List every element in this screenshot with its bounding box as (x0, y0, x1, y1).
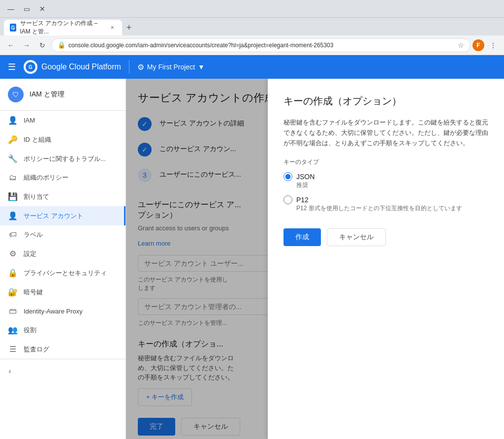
radio-json-label: JSON (296, 173, 315, 181)
sidebar-item-label-crypto: 暗号鍵 (24, 288, 43, 297)
address-text: console.cloud.google.com/iam-admin/servi… (68, 42, 455, 49)
topbar-title: Google Cloud Platform (41, 63, 121, 71)
sidebar-item-policy-trouble[interactable]: 🔧 ポリシーに関するトラブル... (0, 149, 126, 168)
sidebar-item-label-quota: 割り当て (24, 192, 49, 201)
sidebar-item-service-account[interactable]: 👤 サービス アカウント (0, 206, 126, 225)
sidebar-item-crypto[interactable]: 🔐 暗号鍵 (0, 282, 126, 302)
sidebar-item-label-privacy: プライバシーとセキュリティ (24, 269, 107, 278)
menu-icon[interactable]: ☰ (8, 62, 16, 72)
active-tab[interactable]: G サービス アカウントの作成 – IAM と管... × (4, 20, 122, 35)
settings-icon: ⚙ (8, 249, 18, 258)
forward-btn[interactable]: → (20, 38, 33, 52)
tab-favicon: G (10, 24, 16, 31)
logo-icon: G (24, 60, 37, 74)
sidebar-item-label-audit-log: 監査ログ (24, 345, 49, 354)
sidebar-item-org-policy[interactable]: 🗂 組織のポリシー (0, 168, 126, 187)
label-icon: 🏷 (8, 230, 18, 239)
sidebar-item-label-settings: 設定 (24, 250, 36, 258)
window-controls: — ▭ ✕ (4, 2, 49, 16)
quota-icon: 💾 (8, 192, 18, 201)
profile-btn[interactable]: F (472, 39, 484, 51)
radio-item-json: JSON 推奨 (284, 172, 488, 189)
sidebar-item-label-iam: IAM (24, 117, 35, 124)
id-org-icon: 🔑 (8, 135, 18, 144)
topbar-logo: G Google Cloud Platform (24, 60, 121, 74)
sidebar-item-privacy[interactable]: 🔒 プライバシーとセキュリティ (0, 263, 126, 282)
sidebar-header-icon: 🛡 (8, 87, 24, 102)
project-name: My First Project (147, 63, 195, 71)
secure-icon: 🔒 (58, 41, 65, 49)
dialog-create-btn[interactable]: 作成 (284, 228, 321, 246)
back-btn[interactable]: ← (4, 38, 18, 52)
radio-p12[interactable] (284, 195, 292, 204)
address-bar[interactable]: 🔒 console.cloud.google.com/iam-admin/ser… (51, 38, 471, 52)
sidebar-item-label-org-policy: 組織のポリシー (24, 173, 68, 182)
radio-json[interactable] (284, 172, 292, 181)
sidebar-item-label-policy-trouble: ポリシーに関するトラブル... (24, 155, 106, 163)
main-content: 🛡 IAM と管理 👤 IAM 🔑 ID と組織 🔧 ポリシーに関するトラブル.… (0, 79, 504, 439)
sidebar: 🛡 IAM と管理 👤 IAM 🔑 ID と組織 🔧 ポリシーに関するトラブル.… (0, 79, 126, 439)
sidebar-item-audit-log[interactable]: ☰ 監査ログ (0, 340, 126, 359)
crypto-icon: 🔐 (8, 287, 18, 297)
refresh-btn[interactable]: ↻ (35, 38, 49, 52)
bookmark-icon[interactable]: ☆ (458, 41, 464, 49)
service-account-icon: 👤 (8, 211, 18, 220)
sidebar-item-iam[interactable]: 👤 IAM (0, 111, 126, 130)
sidebar-item-label[interactable]: 🏷 ラベル (0, 225, 126, 244)
menu-btn[interactable]: ⋮ (486, 38, 500, 52)
radio-row-p12: P12 (284, 195, 488, 204)
sidebar-collapse-btn[interactable]: ‹ (4, 365, 16, 377)
policy-trouble-icon: 🔧 (8, 154, 18, 163)
radio-p12-sublabel: P12 形式を使用したコードとの下位互換性を目的としています (296, 204, 488, 213)
maximize-btn[interactable]: ▭ (20, 2, 33, 16)
new-tab-btn[interactable]: + (122, 21, 136, 34)
radio-p12-label: P12 (296, 196, 309, 204)
sidebar-header-title: IAM と管理 (30, 90, 64, 99)
iap-icon: 🗃 (8, 307, 18, 315)
sidebar-item-label-id-org: ID と組織 (24, 135, 51, 144)
close-btn[interactable]: ✕ (35, 2, 49, 16)
dialog-title: キーの作成（オプション） (284, 94, 488, 108)
dialog-cancel-btn[interactable]: キャンセル (327, 228, 386, 246)
privacy-icon: 🔒 (8, 268, 18, 278)
sidebar-item-role[interactable]: 👥 役割 (0, 320, 126, 340)
sidebar-item-label-role: 役割 (24, 326, 36, 335)
sidebar-item-label-iap: Identity-Aware Proxy (24, 308, 83, 315)
dialog-actions: 作成 キャンセル (284, 228, 488, 246)
radio-group: JSON 推奨 P12 P12 形式を使用したコードとの下位互換性を目的としてい… (284, 172, 488, 217)
dialog: キーの作成（オプション） 秘密鍵を含むファイルをダウンロードします。この鍵を紛失… (268, 79, 504, 439)
iam-icon: 👤 (8, 116, 18, 125)
topbar: ☰ G Google Cloud Platform ⚙ My First Pro… (0, 55, 504, 79)
project-icon: ⚙ (137, 63, 144, 72)
sidebar-item-iap[interactable]: 🗃 Identity-Aware Proxy (0, 302, 126, 320)
role-icon: 👥 (8, 325, 18, 335)
sidebar-item-label-labels: ラベル (24, 230, 43, 239)
dialog-overlay: キーの作成（オプション） 秘密鍵を含むファイルをダウンロードします。この鍵を紛失… (126, 79, 504, 439)
topbar-divider (129, 60, 129, 74)
org-policy-icon: 🗂 (8, 173, 18, 182)
app: ☰ G Google Cloud Platform ⚙ My First Pro… (0, 55, 504, 439)
key-type-label: キーのタイプ (284, 158, 488, 166)
dialog-description: 秘密鍵を含むファイルをダウンロードします。この鍵を紛失すると復元できなくなるため… (284, 118, 488, 148)
page-content: サービス アカウントの作成 ✓ サービス アカウントの詳細 ✓ このサービス ア… (126, 79, 504, 439)
browser-titlebar: — ▭ ✕ (0, 0, 504, 18)
topbar-project[interactable]: ⚙ My First Project ▼ (137, 63, 205, 72)
radio-item-p12: P12 P12 形式を使用したコードとの下位互換性を目的としています (284, 195, 488, 213)
sidebar-item-settings[interactable]: ⚙ 設定 (0, 244, 126, 263)
address-bar-row: ← → ↻ 🔒 console.cloud.google.com/iam-adm… (0, 35, 504, 55)
audit-log-icon: ☰ (8, 345, 18, 354)
sidebar-header: 🛡 IAM と管理 (0, 79, 126, 111)
sidebar-item-label-service-account: サービス アカウント (24, 212, 83, 220)
radio-json-sublabel: 推奨 (296, 181, 488, 189)
minimize-btn[interactable]: — (4, 2, 18, 16)
sidebar-item-id-org[interactable]: 🔑 ID と組織 (0, 130, 126, 149)
tab-bar: G サービス アカウントの作成 – IAM と管... × + (0, 18, 504, 35)
tab-close-btn[interactable]: × (108, 23, 116, 32)
radio-row-json: JSON (284, 172, 488, 181)
project-dropdown-icon: ▼ (198, 63, 205, 71)
tab-title: サービス アカウントの作成 – IAM と管... (20, 19, 105, 36)
logo-inner: G (26, 62, 35, 72)
sidebar-item-quota[interactable]: 💾 割り当て (0, 187, 126, 206)
